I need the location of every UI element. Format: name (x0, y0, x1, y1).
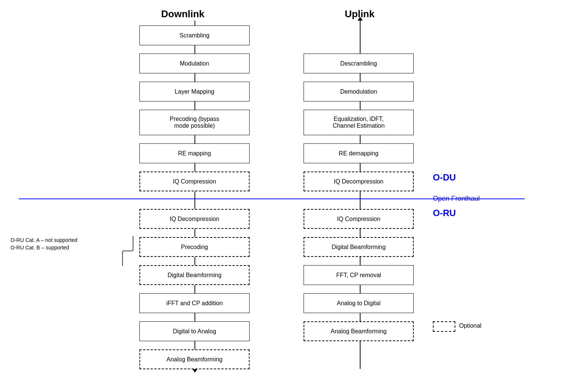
iq-decompression-ul-box: IQ Decompression (304, 172, 414, 191)
brace-svg (75, 234, 135, 268)
digital-to-analog-box: Digital to Analog (139, 321, 250, 341)
brace-text-cat-a: O-RU Cat. A – not supported (10, 237, 77, 243)
analog-beamforming-ul-box: Analog Beamforming (304, 321, 414, 341)
brace-text-cat-b: O-RU Cat. B – supported (10, 245, 69, 251)
iq-compression-dl-box: IQ Compression (139, 172, 250, 191)
modulation-box: Modulation (139, 54, 250, 73)
odu-label: O-DU (433, 172, 456, 183)
scrambling-box: Scrambling (139, 25, 250, 45)
precoding-ru-box: Precoding (139, 237, 250, 257)
ifft-box: iFFT and CP addition (139, 293, 250, 313)
iq-decompression-dl-box: IQ Decompression (139, 209, 250, 229)
re-demapping-box: RE demapping (304, 143, 414, 163)
main-diagram: Downlink Uplink Scrambling Modulation La… (0, 0, 588, 379)
legend-box (433, 321, 455, 332)
iq-compression-ul-box: IQ Compression (304, 209, 414, 229)
descrambling-box: Descrambling (304, 54, 414, 73)
layer-mapping-box: Layer Mapping (139, 82, 250, 101)
digital-beamforming-dl-box: Digital Beamforming (139, 265, 250, 285)
re-mapping-box: RE mapping (139, 143, 250, 163)
digital-beamforming-ul-box: Digital Beamforming (304, 237, 414, 257)
fft-box: FFT, CP removal (304, 265, 414, 285)
equalization-box: Equalization, iDFT, Channel Estimation (304, 110, 414, 135)
analog-to-digital-box: Analog to Digital (304, 293, 414, 313)
oru-label: O-RU (433, 208, 456, 218)
demodulation-box: Demodulation (304, 82, 414, 101)
precoding-bypass-box: Precoding (bypass mode possible) (139, 110, 250, 135)
fronthaul-label: Open Fronthaul (433, 195, 480, 203)
legend-label: Optional (459, 322, 482, 329)
downlink-title: Downlink (161, 8, 205, 20)
analog-beamforming-dl-box: Analog Beamforming (139, 349, 250, 369)
